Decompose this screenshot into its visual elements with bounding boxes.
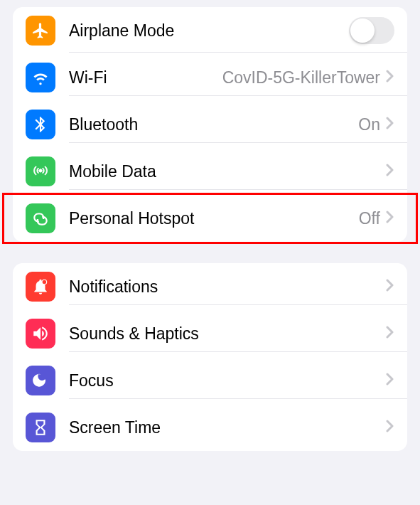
toggle-knob	[350, 18, 375, 43]
airplane-icon	[26, 16, 55, 46]
speaker-icon	[26, 319, 55, 349]
chevron-right-icon	[386, 164, 394, 179]
moon-icon	[26, 366, 55, 395]
chevron-right-icon	[386, 70, 394, 85]
hotspot-icon	[26, 203, 55, 233]
row-bluetooth[interactable]: Bluetooth On	[13, 101, 407, 148]
chevron-right-icon	[386, 373, 394, 388]
row-personal-hotspot[interactable]: Personal Hotspot Off	[13, 195, 407, 242]
row-focus[interactable]: Focus	[13, 357, 407, 404]
hotspot-label: Personal Hotspot	[69, 209, 359, 228]
row-screen-time[interactable]: Screen Time	[13, 404, 407, 451]
chevron-right-icon	[386, 279, 394, 294]
row-notifications[interactable]: Notifications	[13, 263, 407, 310]
row-mobile-data[interactable]: Mobile Data	[13, 148, 407, 195]
notifications-label: Notifications	[69, 277, 386, 297]
settings-group-system: Notifications Sounds & Haptics Focus Scr…	[13, 263, 407, 451]
chevron-right-icon	[386, 326, 394, 341]
wifi-value: CovID-5G-KillerTower	[222, 68, 380, 87]
hotspot-value: Off	[359, 209, 380, 228]
chevron-right-icon	[386, 211, 394, 226]
wifi-label: Wi-Fi	[69, 68, 222, 87]
row-airplane-mode[interactable]: Airplane Mode	[13, 7, 407, 54]
chevron-right-icon	[386, 117, 394, 132]
mobile-data-label: Mobile Data	[69, 162, 386, 181]
row-sounds[interactable]: Sounds & Haptics	[13, 310, 407, 357]
hourglass-icon	[26, 413, 55, 442]
wifi-icon	[26, 63, 55, 92]
row-wifi[interactable]: Wi-Fi CovID-5G-KillerTower	[13, 54, 407, 101]
chevron-right-icon	[386, 420, 394, 435]
focus-label: Focus	[69, 371, 386, 390]
airplane-toggle[interactable]	[349, 17, 394, 44]
sounds-label: Sounds & Haptics	[69, 324, 386, 344]
notifications-icon	[26, 272, 55, 302]
settings-group-connectivity: Airplane Mode Wi-Fi CovID-5G-KillerTower…	[13, 7, 407, 242]
svg-point-1	[43, 280, 46, 284]
bluetooth-value: On	[358, 115, 380, 134]
bluetooth-label: Bluetooth	[69, 115, 358, 134]
bluetooth-icon	[26, 110, 55, 139]
screen-time-label: Screen Time	[69, 418, 386, 437]
antenna-icon	[26, 156, 55, 186]
airplane-label: Airplane Mode	[69, 21, 349, 41]
